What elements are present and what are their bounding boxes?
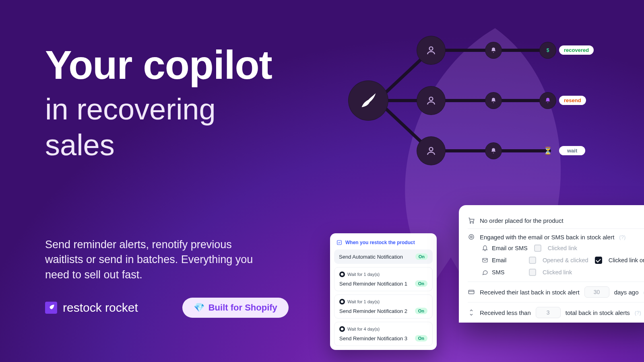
hint-icon[interactable]: (?) [619,234,625,240]
clock-icon [339,326,345,332]
svg-text:$: $ [547,47,549,53]
channel-email-checked-opt: Clicked link only [609,257,644,263]
pill-recovered: recovered [559,45,594,55]
channel-email-label: Email [492,257,506,263]
channel-email-opt: Opened & clicked [543,257,588,263]
wait-3: Wait for 4 day(s) [347,327,380,331]
channel-both-opt: Clicked link [548,245,577,251]
svg-point-11 [341,273,344,276]
clock-icon [339,272,345,277]
less-than-post: total back in stock alerts [566,309,630,316]
diamond-icon: 💎 [194,302,204,313]
bell-node-2b [539,92,556,109]
brand-name: restock rocket [63,301,138,315]
hourglass-icon: ⏳ [539,142,556,159]
panel1-header-label: When you restock the product [345,240,415,245]
reminder-3-label: Send Reminder Notification 3 [339,335,407,341]
reminder-1-label: Send Reminder Notification 1 [339,281,407,287]
target-icon [468,233,475,241]
svg-point-17 [471,236,473,238]
svg-point-15 [473,222,473,223]
user-node-1 [417,36,446,65]
built-for-shopify-badge: 💎 Built for Shopify [182,298,289,318]
less-than-pre: Received less than [480,309,531,316]
hint-icon-3[interactable]: (?) [635,310,641,316]
headline-light: in recovering sales [45,92,287,163]
last-alert-post: days ago [614,289,639,296]
sort-icon [468,309,475,316]
user-node-3 [417,136,446,165]
bell-outline-icon [481,245,489,252]
no-order-label: No order placed for the product [480,217,564,224]
pill-wait: wait [559,146,585,155]
cart-icon [468,217,475,224]
svg-point-16 [469,234,474,239]
checkbox-email-opened[interactable] [529,257,536,264]
svg-point-14 [470,222,471,223]
svg-point-13 [341,328,344,331]
reminder-3-status: On [415,335,427,341]
channel-sms-label: SMS [492,269,504,276]
auto-notification-status: On [415,253,428,260]
svg-point-6 [429,47,433,50]
bell-node-3 [485,142,502,159]
card-icon [468,288,475,296]
flow-diagram: $ recovered resend ⏳ wait [348,34,622,171]
clock-icon [339,299,345,304]
checkbox-both-clicked[interactable] [534,245,541,252]
bell-node-2 [485,92,502,109]
channel-sms-opt: Clicked link [543,269,572,276]
channel-both-label: Email or SMS [492,245,528,251]
auto-notification-label: Send Automatic Notification [339,254,403,260]
days-ago-input[interactable] [584,286,609,298]
start-node-rocket-icon [348,80,388,121]
panel1-header: When you restock the product [334,237,433,249]
dollar-node: $ [539,42,556,59]
chat-icon [481,269,489,276]
checkbox-email-clickedonly[interactable] [595,257,602,264]
subheadline: Send reminder alerts, renotify previous … [45,237,270,282]
svg-point-9 [429,147,433,151]
built-badge-label: Built for Shopify [208,302,277,313]
user-node-2 [417,86,446,115]
mail-icon [481,257,489,264]
svg-rect-19 [469,290,474,294]
brand: restock rocket [45,301,138,315]
reminder-2-status: On [415,308,427,314]
audience-filter-panel: No order placed for the product Engaged … [459,205,644,323]
checkbox-sms-clicked[interactable] [529,269,536,276]
last-alert-pre: Received their last back in stock alert [480,289,580,296]
count-input[interactable] [536,307,561,318]
svg-rect-10 [337,241,342,245]
bell-node-1 [485,42,502,59]
pill-resend: resend [559,96,586,105]
reminder-1-status: On [415,280,427,287]
reminder-2-label: Send Reminder Notification 2 [339,308,407,314]
svg-point-8 [429,97,433,101]
notifications-flow-panel: When you restock the product Send Automa… [330,233,437,350]
engaged-label: Engaged with the email or SMS back in st… [480,234,614,241]
wait-2: Wait for 1 day(s) [347,299,380,304]
wait-1: Wait for 1 day(s) [347,272,380,277]
brand-rocket-icon [45,302,57,314]
headline-bold: Your copilot [45,45,287,84]
svg-point-12 [341,300,344,303]
